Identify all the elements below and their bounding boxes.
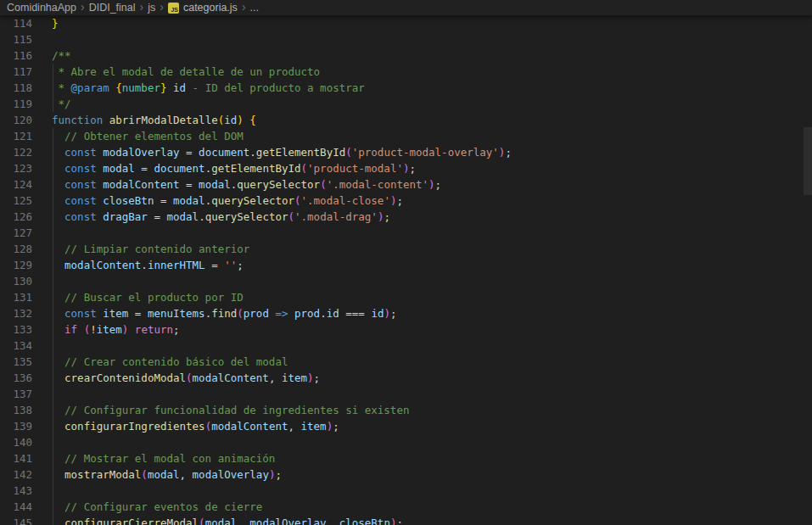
code-line[interactable]: 145 configurarCierreModal(modal, modalOv… bbox=[0, 515, 812, 525]
line-number[interactable]: 135 bbox=[0, 354, 32, 370]
code-line[interactable]: 130 bbox=[0, 273, 812, 289]
breadcrumb-item-project[interactable]: ComidinhaApp bbox=[7, 0, 76, 15]
code-line-text[interactable]: crearContenidoModal(modalContent, item); bbox=[32, 370, 812, 386]
code-line[interactable]: 125 const closeBtn = modal.querySelector… bbox=[0, 193, 812, 209]
code-line-text[interactable]: const closeBtn = modal.querySelector('.m… bbox=[32, 193, 812, 209]
code-line-text[interactable]: // Configurar funcionalidad de ingredien… bbox=[32, 402, 812, 418]
code-line[interactable]: 131 // Buscar el producto por ID bbox=[0, 289, 812, 305]
code-line[interactable]: 135 // Crear contenido básico del modal bbox=[0, 354, 812, 370]
line-number[interactable]: 142 bbox=[0, 466, 32, 483]
code-line[interactable]: 118 * @param {number} id - ID del produc… bbox=[0, 80, 812, 96]
line-number[interactable]: 117 bbox=[0, 64, 32, 80]
code-line-text[interactable]: } bbox=[32, 15, 812, 31]
code-line[interactable]: 123 const modal = document.getElementByI… bbox=[0, 160, 812, 176]
code-line-text[interactable]: // Limpiar contenido anterior bbox=[32, 241, 812, 257]
line-number[interactable]: 137 bbox=[0, 386, 32, 402]
code-line-text[interactable]: // Obtener elementos del DOM bbox=[32, 128, 812, 144]
code-line[interactable]: 133 if (!item) return; bbox=[0, 321, 812, 338]
code-line[interactable]: 127 bbox=[0, 225, 812, 241]
code-line-text[interactable]: // Buscar el producto por ID bbox=[32, 289, 812, 305]
line-number[interactable]: 127 bbox=[0, 225, 32, 241]
code-line[interactable]: 119 */ bbox=[0, 96, 812, 112]
line-number[interactable]: 126 bbox=[0, 209, 32, 225]
breadcrumb-symbol-ellipsis[interactable]: ... bbox=[250, 0, 259, 15]
code-line-text[interactable]: mostrarModal(modal, modalOverlay); bbox=[32, 466, 812, 483]
code-line[interactable]: 120function abrirModalDetalle(id) { bbox=[0, 112, 812, 128]
code-line-text[interactable]: const item = menuItems.find(prod => prod… bbox=[32, 305, 812, 321]
line-number[interactable]: 139 bbox=[0, 418, 32, 434]
code-line[interactable]: 121 // Obtener elementos del DOM bbox=[0, 128, 812, 144]
code-line-text[interactable]: if (!item) return; bbox=[32, 321, 812, 338]
code-line-text[interactable] bbox=[32, 225, 812, 241]
code-line-text[interactable] bbox=[32, 31, 812, 47]
code-line[interactable]: 143 bbox=[0, 483, 812, 499]
code-line-text[interactable]: // Crear contenido básico del modal bbox=[32, 354, 812, 370]
code-line[interactable]: 134 bbox=[0, 338, 812, 354]
code-line-text[interactable]: const dragBar = modal.querySelector('.mo… bbox=[32, 209, 812, 225]
line-number[interactable]: 120 bbox=[0, 112, 32, 128]
vertical-scrollbar-thumb[interactable] bbox=[804, 127, 812, 195]
code-line[interactable]: 122 const modalOverlay = document.getEle… bbox=[0, 144, 812, 160]
line-number[interactable]: 128 bbox=[0, 241, 32, 257]
code-line-text[interactable]: * Abre el modal de detalle de un product… bbox=[32, 64, 812, 80]
code-line-text[interactable]: const modal = document.getElementById('p… bbox=[32, 160, 812, 176]
line-number[interactable]: 123 bbox=[0, 160, 32, 176]
code-line-text[interactable]: * @param {number} id - ID del producto a… bbox=[32, 80, 812, 96]
line-number[interactable]: 133 bbox=[0, 321, 32, 338]
code-line[interactable]: 129 modalContent.innerHTML = ''; bbox=[0, 257, 812, 273]
line-number[interactable]: 124 bbox=[0, 176, 32, 193]
code-line[interactable]: 137 bbox=[0, 386, 812, 402]
code-line-text[interactable]: // Mostrar el modal con animación bbox=[32, 450, 812, 466]
line-number[interactable]: 121 bbox=[0, 128, 32, 144]
editor-area[interactable]: 114}115116/**117 * Abre el modal de deta… bbox=[0, 15, 812, 525]
code-line-text[interactable] bbox=[32, 386, 812, 402]
code-line[interactable]: 136 crearContenidoModal(modalContent, it… bbox=[0, 370, 812, 386]
line-number[interactable]: 130 bbox=[0, 273, 32, 289]
code-line[interactable]: 115 bbox=[0, 31, 812, 47]
breadcrumb-item-subfolder[interactable]: js bbox=[148, 0, 155, 15]
code-line-text[interactable] bbox=[32, 338, 812, 354]
line-number[interactable]: 134 bbox=[0, 338, 32, 354]
code-line[interactable]: 139 configurarIngredientes(modalContent,… bbox=[0, 418, 812, 434]
code-line[interactable]: 116/** bbox=[0, 47, 812, 64]
code-line[interactable]: 142 mostrarModal(modal, modalOverlay); bbox=[0, 466, 812, 483]
line-number[interactable]: 129 bbox=[0, 257, 32, 273]
line-number[interactable]: 136 bbox=[0, 370, 32, 386]
code-line-text[interactable]: configurarCierreModal(modal, modalOverla… bbox=[32, 515, 812, 525]
code-line[interactable]: 140 bbox=[0, 434, 812, 450]
line-number[interactable]: 143 bbox=[0, 483, 32, 499]
line-number[interactable]: 122 bbox=[0, 144, 32, 160]
code-line[interactable]: 138 // Configurar funcionalidad de ingre… bbox=[0, 402, 812, 418]
line-number[interactable]: 144 bbox=[0, 499, 32, 515]
code-line-text[interactable]: /** bbox=[32, 47, 812, 64]
line-number[interactable]: 138 bbox=[0, 402, 32, 418]
code-line[interactable]: 114} bbox=[0, 15, 812, 31]
code-line[interactable]: 126 const dragBar = modal.querySelector(… bbox=[0, 209, 812, 225]
line-number[interactable]: 141 bbox=[0, 450, 32, 466]
line-number[interactable]: 145 bbox=[0, 515, 32, 525]
line-number[interactable]: 125 bbox=[0, 193, 32, 209]
code-line-text[interactable]: const modalContent = modal.querySelector… bbox=[32, 176, 812, 193]
code-line-text[interactable]: // Configurar eventos de cierre bbox=[32, 499, 812, 515]
code-line[interactable]: 132 const item = menuItems.find(prod => … bbox=[0, 305, 812, 321]
line-number[interactable]: 115 bbox=[0, 31, 32, 47]
line-number[interactable]: 118 bbox=[0, 80, 32, 96]
code-line[interactable]: 124 const modalContent = modal.querySele… bbox=[0, 176, 812, 193]
line-number[interactable]: 114 bbox=[0, 15, 32, 31]
code-line[interactable]: 128 // Limpiar contenido anterior bbox=[0, 241, 812, 257]
code-line[interactable]: 141 // Mostrar el modal con animación bbox=[0, 450, 812, 466]
code-line-text[interactable]: */ bbox=[32, 96, 812, 112]
breadcrumb-item-file[interactable]: categoria.js bbox=[183, 0, 238, 15]
code-line-text[interactable]: configurarIngredientes(modalContent, ite… bbox=[32, 418, 812, 434]
line-number[interactable]: 132 bbox=[0, 305, 32, 321]
code-line-text[interactable] bbox=[32, 483, 812, 499]
code-line-text[interactable]: modalContent.innerHTML = ''; bbox=[32, 257, 812, 273]
code-line[interactable]: 144 // Configurar eventos de cierre bbox=[0, 499, 812, 515]
line-number[interactable]: 140 bbox=[0, 434, 32, 450]
code-line[interactable]: 117 * Abre el modal de detalle de un pro… bbox=[0, 64, 812, 80]
code-line-text[interactable]: const modalOverlay = document.getElement… bbox=[32, 144, 812, 160]
breadcrumb-item-folder[interactable]: DIDI_final bbox=[89, 0, 136, 15]
line-number[interactable]: 116 bbox=[0, 47, 32, 64]
code-line-text[interactable] bbox=[32, 273, 812, 289]
line-number[interactable]: 119 bbox=[0, 96, 32, 112]
